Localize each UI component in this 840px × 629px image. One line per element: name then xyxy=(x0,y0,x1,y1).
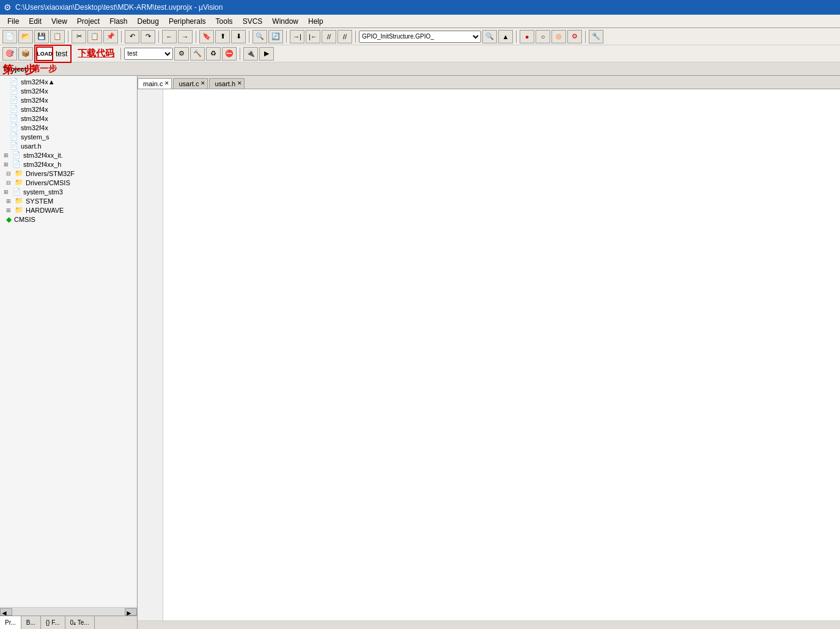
find-btn[interactable]: 🔍 xyxy=(252,30,267,43)
editor-hscroll[interactable] xyxy=(138,620,840,629)
sidebar-hscroll[interactable]: ◄ ► xyxy=(0,607,137,616)
editor-tab-usart-c[interactable]: usart.c ✕ xyxy=(173,78,208,89)
sep3 xyxy=(158,31,159,43)
tree-item-drivers-cmsis[interactable]: ⊟ 📁 Drivers/CMSIS xyxy=(1,178,136,187)
tree-item-stm32f4x-5[interactable]: 📄 stm32f4x xyxy=(1,114,136,123)
title-bar: ⚙ C:\Users\xiaoxian\Desktop\test\MDK-ARM… xyxy=(0,0,840,15)
forward-btn[interactable]: → xyxy=(178,30,193,43)
menu-item-file[interactable]: File xyxy=(2,16,24,27)
stop-build-btn[interactable]: ⛔ xyxy=(222,47,237,61)
tree-item-cmsis[interactable]: ◆ CMSIS xyxy=(1,215,136,224)
file-icon: 📄 xyxy=(10,78,18,86)
sep10 xyxy=(120,48,121,60)
unindent-btn[interactable]: |← xyxy=(306,30,320,43)
open-btn[interactable]: 📂 xyxy=(18,30,33,43)
expand-icon: ⊞ xyxy=(4,189,10,195)
tree-item-drivers-stm32[interactable]: ⊟ 📁 Drivers/STM32F xyxy=(1,169,136,178)
start-debug-btn[interactable]: ▶ xyxy=(259,47,274,61)
project-header-bar: Project 第一步 xyxy=(0,62,840,76)
gpio-dropdown[interactable]: GPIO_InitStructure.GPIO_ xyxy=(359,31,481,43)
tree-item-stm32f4x-1[interactable]: 📄 stm32f4x▲ xyxy=(1,77,136,86)
menu-item-help[interactable]: Help xyxy=(303,16,328,27)
build-btn[interactable]: 🔨 xyxy=(190,47,205,61)
indent-btn[interactable]: →| xyxy=(290,30,304,43)
gpio-prev-btn[interactable]: ▲ xyxy=(498,30,513,43)
menu-item-peripherals[interactable]: Peripherals xyxy=(164,16,211,27)
code-editor[interactable] xyxy=(138,89,840,620)
rebuild-btn[interactable]: ♻ xyxy=(206,47,221,61)
code-content[interactable] xyxy=(163,89,840,620)
tab-close-main-c[interactable]: ✕ xyxy=(164,80,169,86)
save-all-btn[interactable]: 📋 xyxy=(50,30,65,43)
undo-btn[interactable]: ↶ xyxy=(125,30,139,43)
sep9 xyxy=(585,31,586,43)
debug-stop-btn[interactable]: ○ xyxy=(536,30,550,43)
bookmark-next-btn[interactable]: ⬇ xyxy=(231,30,246,43)
config-target-btn[interactable]: ⚙ xyxy=(174,47,189,61)
expand-icon: ⊞ xyxy=(6,207,12,213)
menu-item-tools[interactable]: Tools xyxy=(211,16,238,27)
debug-settings-btn[interactable]: ⚙ xyxy=(567,30,582,43)
tree-item-hardwave[interactable]: ⊞ 📁 HARDWAVE xyxy=(1,205,136,215)
tree-item-stm32f4x-4[interactable]: 📄 stm32f4x xyxy=(1,105,136,114)
sidebar-tab-books[interactable]: B... xyxy=(21,616,41,629)
cut-btn[interactable]: ✂ xyxy=(72,30,86,43)
tree-item-usart-h[interactable]: 📄 usart.h xyxy=(1,141,136,150)
bookmark-prev-btn[interactable]: ⬆ xyxy=(215,30,230,43)
menu-item-debug[interactable]: Debug xyxy=(133,16,164,27)
comment-btn[interactable]: // xyxy=(322,30,336,43)
new-btn[interactable]: 📄 xyxy=(2,30,17,43)
tree-label: SYSTEM xyxy=(26,197,53,205)
bookmark-set-btn[interactable]: 🔖 xyxy=(199,30,214,43)
menu-item-flash[interactable]: Flash xyxy=(105,16,132,27)
load-button-annotation: LOAD test xyxy=(34,45,72,63)
tree-item-stm32f4xx-it[interactable]: ⊞ 📄 stm32f4xx_it. xyxy=(1,150,136,160)
menu-item-view[interactable]: View xyxy=(46,16,72,27)
scroll-left-btn[interactable]: ◄ xyxy=(0,608,12,616)
uncomment-btn[interactable]: // xyxy=(337,30,352,43)
tree-label: stm32f4x xyxy=(21,87,48,95)
project-target-btn[interactable]: 🎯 xyxy=(2,47,17,61)
project-tree[interactable]: 📄 stm32f4x▲ 📄 stm32f4x 📄 stm32f4x 📄 stm3… xyxy=(0,76,137,607)
tree-item-system-s[interactable]: 📄 system_s xyxy=(1,132,136,141)
tree-item-system-stm3[interactable]: ⊞ 📄 system_stm3 xyxy=(1,187,136,196)
replace-btn[interactable]: 🔄 xyxy=(268,30,283,43)
expand-icon: ⊞ xyxy=(4,152,10,158)
target-select[interactable]: test xyxy=(124,48,173,60)
editor-tabs: main.c ✕ usart.c ✕ usart.h ✕ xyxy=(138,76,840,89)
scroll-track[interactable] xyxy=(12,609,125,614)
settings-btn[interactable]: 🔧 xyxy=(589,30,603,43)
menu-item-window[interactable]: Window xyxy=(267,16,303,27)
paste-btn[interactable]: 📌 xyxy=(103,30,118,43)
tree-item-stm32f4x-2[interactable]: 📄 stm32f4x xyxy=(1,86,136,95)
sep4 xyxy=(196,31,196,43)
editor-tab-main-c[interactable]: main.c ✕ xyxy=(138,78,172,89)
sidebar-tab-functions[interactable]: {} F... xyxy=(41,616,65,629)
scroll-right-btn[interactable]: ► xyxy=(125,608,137,616)
batch-build-btn[interactable]: 📦 xyxy=(18,47,33,61)
menu-item-svcs[interactable]: SVCS xyxy=(238,16,268,27)
tree-item-stm32f4x-6[interactable]: 📄 stm32f4x xyxy=(1,123,136,132)
tab-close-usart-h[interactable]: ✕ xyxy=(237,80,242,86)
tab-close-usart-c[interactable]: ✕ xyxy=(201,80,205,86)
gpio-find-btn[interactable]: 🔍 xyxy=(482,30,497,43)
sidebar-tab-project[interactable]: Pr... xyxy=(0,616,21,629)
back-btn[interactable]: ← xyxy=(162,30,177,43)
redo-btn[interactable]: ↷ xyxy=(141,30,155,43)
debug-reset-btn[interactable]: ◎ xyxy=(551,30,566,43)
tab-label: usart.h xyxy=(215,80,235,87)
tree-label: HARDWAVE xyxy=(26,207,64,214)
tree-item-stm32f4x-3[interactable]: 📄 stm32f4x xyxy=(1,95,136,105)
tree-item-system[interactable]: ⊞ 📁 SYSTEM xyxy=(1,196,136,205)
debug-run-btn[interactable]: ● xyxy=(520,30,534,43)
sidebar-tab-templates[interactable]: 0₄ Te... xyxy=(65,616,95,629)
load-btn[interactable]: LOAD xyxy=(36,46,53,61)
copy-btn[interactable]: 📋 xyxy=(87,30,102,43)
save-btn[interactable]: 💾 xyxy=(34,30,49,43)
menu-item-edit[interactable]: Edit xyxy=(24,16,46,27)
menu-item-project[interactable]: Project xyxy=(72,16,105,27)
tree-item-stm32f4xx-h[interactable]: ⊞ 📄 stm32f4xx_h xyxy=(1,160,136,169)
expand-icon: ⊞ xyxy=(4,161,10,167)
editor-tab-usart-h[interactable]: usart.h ✕ xyxy=(209,78,245,89)
debug-mode-btn[interactable]: 🔌 xyxy=(243,47,258,61)
